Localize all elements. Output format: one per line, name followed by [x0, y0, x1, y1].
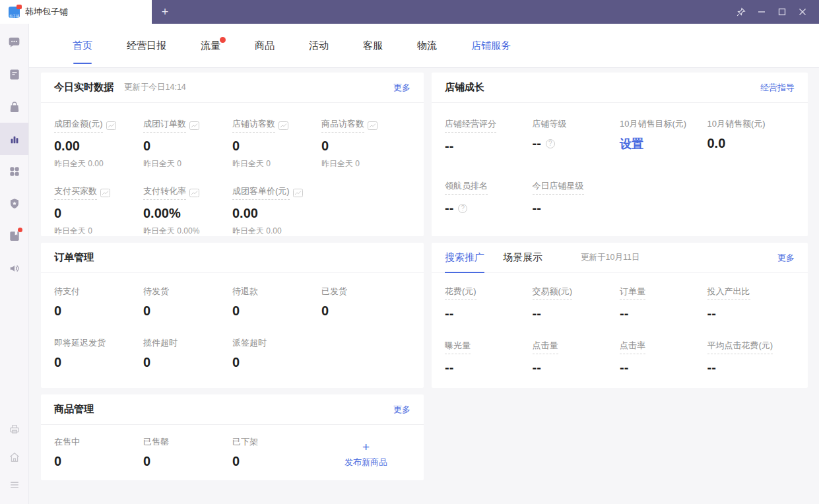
realtime-more-link[interactable]: 更多: [393, 82, 410, 94]
tab-logistics[interactable]: 物流: [417, 24, 437, 67]
metric-label: 在售中: [54, 436, 80, 448]
metric-subtext: 昨日全天 0: [232, 158, 321, 170]
updated-at-text: 更新于10月11日: [581, 252, 639, 263]
metric-label: 已售罄: [143, 436, 169, 448]
metric-cell: 待发货 0: [143, 286, 232, 319]
publish-label: 发布新商品: [344, 457, 387, 468]
metric-cell: 订单量 --: [620, 286, 707, 321]
publish-new-goods-button[interactable]: + 发布新商品: [321, 436, 410, 469]
metric-label: 今日店铺星级: [533, 180, 584, 195]
set-sales-target-link[interactable]: 设置: [620, 136, 707, 152]
sidebar-item-announcements[interactable]: [0, 252, 28, 284]
metric-value: --: [533, 306, 620, 321]
metric-label: 点击量: [533, 340, 558, 354]
metric-value: --: [707, 360, 795, 375]
sidebar-item-security[interactable]: [0, 187, 28, 220]
promotion-tabs: 搜索推广 场景展示: [445, 243, 561, 272]
trend-chart-icon[interactable]: [293, 189, 303, 197]
metric-value: --: [620, 360, 707, 375]
sidebar-item-shop[interactable]: [0, 90, 28, 123]
trend-chart-icon[interactable]: [106, 121, 116, 130]
metric-cell: 交易额(元) --: [533, 286, 620, 321]
metric-value: --: [445, 306, 533, 321]
promotion-more-link[interactable]: 更多: [777, 252, 795, 264]
metric-cell: 成团金额(元) 0.00 昨日全天 0.00: [54, 118, 143, 170]
card-title: 订单管理: [54, 251, 94, 264]
metric-cell: 在售中 0: [54, 436, 143, 469]
metric-label: 投入产出比: [707, 286, 750, 300]
help-icon[interactable]: ?: [546, 139, 555, 148]
tab-home[interactable]: 首页: [73, 24, 92, 67]
business-guide-link[interactable]: 经营指导: [760, 82, 795, 94]
realtime-data-card: 今日实时数据 更新于今日14:14 更多 成团金额(元) 0.00 昨日全天 0…: [41, 73, 424, 236]
close-icon[interactable]: [792, 0, 812, 24]
window-controls: [731, 0, 819, 24]
tab-goods[interactable]: 商品: [255, 24, 275, 67]
goods-management-card: 商品管理 更多 在售中 0 已售罄 0: [41, 394, 424, 480]
trend-chart-icon[interactable]: [189, 189, 199, 197]
metric-label: 成团订单数: [143, 118, 186, 133]
tab-shop-services[interactable]: 店铺服务: [471, 24, 511, 67]
metric-cell: 成团客单价(元) 0.00 昨日全天 0.00: [232, 185, 321, 237]
tab-traffic[interactable]: 流量: [201, 24, 220, 67]
sidebar-item-menu[interactable]: [0, 471, 28, 499]
metric-value: --: [445, 360, 533, 375]
trend-chart-icon[interactable]: [189, 121, 199, 130]
trend-chart-icon[interactable]: [278, 121, 288, 130]
new-tab-button[interactable]: +: [152, 0, 178, 24]
trend-chart-icon[interactable]: [100, 189, 110, 197]
tab-activity[interactable]: 活动: [309, 24, 329, 67]
card-title: 商品管理: [54, 403, 94, 416]
home-icon: [8, 451, 21, 464]
favicon-notification-badge: [16, 5, 22, 9]
sidebar-notification-dot: [18, 228, 22, 232]
tab-customer-service[interactable]: 客服: [363, 24, 383, 67]
sidebar-item-home[interactable]: [0, 443, 28, 471]
metric-value: 0.00%: [143, 206, 232, 221]
metric-label: 待退款: [232, 286, 258, 298]
metric-value: 0: [143, 355, 232, 370]
pin-window-icon[interactable]: [731, 0, 751, 24]
goods-more-link[interactable]: 更多: [393, 404, 410, 416]
chat-icon: [7, 35, 21, 49]
metric-label: 已发货: [321, 286, 347, 298]
sidebar-item-handbook[interactable]: [0, 220, 28, 252]
tab-search-promotion[interactable]: 搜索推广: [445, 243, 484, 272]
metric-label: 店铺等级: [533, 118, 567, 130]
metric-cell: 即将延迟发货 0: [54, 337, 143, 370]
tab-scene-display[interactable]: 场景展示: [503, 243, 542, 272]
card-title: 今日实时数据: [54, 81, 114, 94]
shopping-bag-icon: [8, 100, 21, 113]
app-favicon-icon: 包子铺: [9, 7, 20, 18]
metric-value: --: [533, 360, 620, 375]
metric-label: 待支付: [54, 286, 80, 298]
metric-label: 即将延迟发货: [54, 337, 106, 349]
titlebar-drag-area: [178, 0, 731, 24]
updated-at-text: 更新于今日14:14: [124, 82, 186, 93]
metric-label: 成团客单价(元): [232, 185, 290, 200]
sidebar-item-printer[interactable]: [0, 416, 28, 443]
sidebar-item-apps[interactable]: [0, 155, 28, 187]
sidebar-item-report[interactable]: [0, 58, 28, 90]
shop-growth-card: 店铺成长 经营指导 店铺经营评分 -- 店铺等级 --: [432, 73, 808, 236]
grid-apps-icon: [8, 165, 21, 178]
tab-daily-report[interactable]: 经营日报: [127, 24, 166, 67]
help-icon[interactable]: ?: [458, 204, 467, 213]
trend-chart-icon[interactable]: [368, 121, 377, 130]
tab-traffic-label: 流量: [201, 40, 220, 52]
metric-label: 店铺经营评分: [445, 118, 496, 133]
metric-label: 待发货: [143, 286, 169, 298]
metric-cell: 揽件超时 0: [143, 337, 232, 370]
card-title: 店铺成长: [445, 81, 484, 94]
maximize-icon[interactable]: [771, 0, 792, 24]
sidebar-item-chat[interactable]: [0, 26, 28, 58]
order-management-card: 订单管理 待支付 0 待发货 0: [41, 243, 424, 388]
minimize-icon[interactable]: [751, 0, 771, 24]
shop-tab[interactable]: 包子铺 韩坤包子铺: [0, 0, 152, 24]
metric-cell: 已下架 0: [232, 436, 321, 469]
metric-cell: 成团订单数 0 昨日全天 0: [143, 118, 232, 170]
metric-value: 0: [232, 454, 321, 469]
metric-value: 0.00: [232, 206, 321, 221]
metric-value: 0: [54, 355, 143, 370]
sidebar-item-data-active[interactable]: [0, 123, 28, 155]
